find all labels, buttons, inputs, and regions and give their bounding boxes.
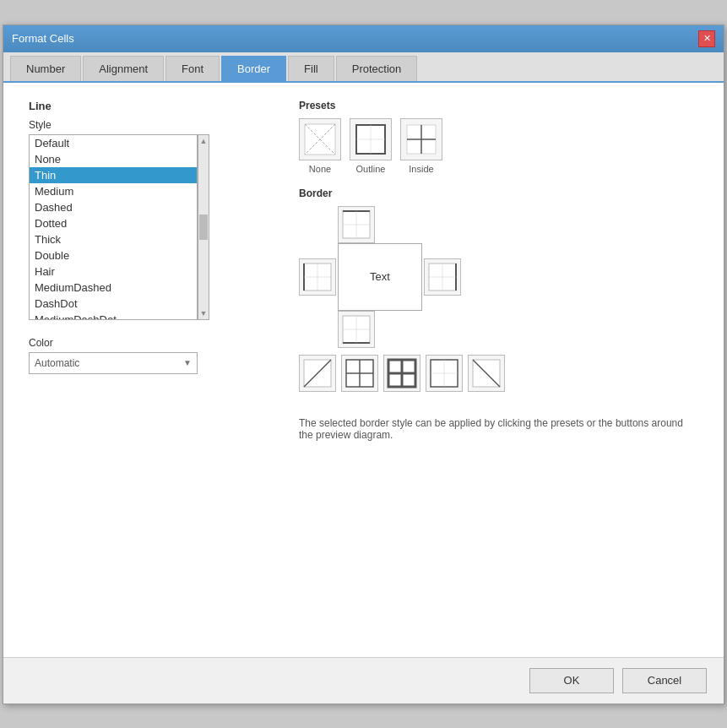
style-label: Style	[29, 119, 282, 131]
close-button[interactable]: ✕	[698, 30, 715, 47]
title-bar: Format Cells ✕	[3, 25, 724, 52]
preview-text: Text	[370, 270, 390, 283]
border-left-button[interactable]	[299, 258, 336, 296]
preset-outline: Outline	[350, 118, 392, 174]
right-panel: Presets None	[299, 100, 698, 441]
scrollbar[interactable]: ▲ ▼	[198, 134, 209, 320]
style-item-thick[interactable]: Thick	[30, 231, 197, 247]
style-item-dashdot[interactable]: DashDot	[30, 296, 197, 312]
style-item-medium[interactable]: Medium	[30, 183, 197, 199]
border-top-button[interactable]	[338, 206, 375, 243]
main-grid: Line Style Default None Thin Medium Dash…	[29, 100, 698, 441]
border-diag-tr-bl-button[interactable]	[468, 355, 505, 392]
border-layout: Text	[299, 206, 698, 392]
preset-inside: Inside	[400, 118, 442, 174]
format-cells-dialog: Format Cells ✕ Number Alignment Font Bor…	[3, 24, 724, 704]
border-thick-button[interactable]	[383, 355, 420, 392]
preset-inside-icon	[404, 122, 438, 156]
tab-number[interactable]: Number	[10, 56, 81, 81]
border-bottom-button[interactable]	[338, 311, 375, 348]
color-label: Color	[29, 337, 282, 349]
tab-fill[interactable]: Fill	[288, 56, 334, 81]
preset-inside-label: Inside	[409, 164, 433, 174]
border-bottom-icon	[341, 314, 372, 345]
tab-protection[interactable]: Protection	[336, 56, 418, 81]
preset-outline-button[interactable]	[350, 118, 392, 160]
presets-row: None Ou	[299, 118, 698, 174]
border-bottom-row	[338, 311, 375, 348]
presets-section: Presets None	[299, 100, 698, 174]
chevron-down-icon: ▼	[183, 358, 192, 367]
line-section-label: Line	[29, 100, 282, 112]
dialog-content: Line Style Default None Thin Medium Dash…	[3, 83, 724, 657]
cancel-button[interactable]: Cancel	[622, 668, 707, 693]
border-extra-buttons-row	[299, 355, 505, 392]
tab-font[interactable]: Font	[165, 56, 220, 81]
style-item-default[interactable]: Default	[30, 135, 197, 151]
dialog-title: Format Cells	[12, 32, 74, 45]
border-outer-button[interactable]	[426, 355, 463, 392]
tab-border[interactable]: Border	[221, 56, 286, 81]
border-right-button[interactable]	[424, 258, 461, 296]
border-all-icon	[345, 358, 375, 388]
color-section: Color Automatic ▼	[29, 337, 282, 374]
border-right-icon	[427, 262, 458, 292]
border-all-button[interactable]	[341, 355, 378, 392]
ok-button[interactable]: OK	[529, 668, 614, 693]
tab-bar: Number Alignment Font Border Fill Protec…	[3, 52, 724, 83]
style-item-hair[interactable]: Hair	[30, 263, 197, 280]
style-list[interactable]: Default None Thin Medium Dashed Dotted T…	[29, 134, 198, 320]
style-item-dashed[interactable]: Dashed	[30, 199, 197, 215]
border-left-icon	[302, 262, 333, 292]
preset-none-label: None	[309, 164, 331, 174]
presets-label: Presets	[299, 100, 698, 111]
border-middle-row: Text	[299, 243, 461, 311]
border-top-icon	[341, 209, 372, 240]
border-outer-icon	[429, 358, 459, 388]
border-diag-tl-icon	[302, 358, 333, 388]
hint-text: The selected border style can be applied…	[299, 417, 698, 441]
dialog-footer: OK Cancel	[3, 657, 724, 704]
preset-none-icon	[303, 122, 337, 156]
border-top-row	[338, 206, 375, 243]
border-section: Border	[299, 187, 698, 392]
tab-alignment[interactable]: Alignment	[83, 56, 164, 81]
style-item-dotted[interactable]: Dotted	[30, 215, 197, 231]
border-thick-icon	[387, 358, 417, 388]
border-preview-cell: Text	[338, 243, 422, 311]
preset-inside-button[interactable]	[400, 118, 442, 160]
style-item-mediumdashdot[interactable]: MediumDashDot	[30, 312, 197, 320]
style-item-thin[interactable]: Thin	[30, 167, 197, 183]
color-value: Automatic	[35, 357, 79, 369]
preset-none-button[interactable]	[299, 118, 341, 160]
border-diag-tl-br-button[interactable]	[299, 355, 336, 392]
border-section-label: Border	[299, 187, 698, 199]
style-item-none[interactable]: None	[30, 151, 197, 167]
preset-none: None	[299, 118, 341, 174]
color-dropdown[interactable]: Automatic ▼	[29, 352, 198, 374]
style-item-mediumdashed[interactable]: MediumDashed	[30, 280, 197, 296]
preset-outline-label: Outline	[356, 164, 386, 174]
border-diag-tr-icon	[471, 358, 502, 388]
left-panel: Line Style Default None Thin Medium Dash…	[29, 100, 282, 441]
style-item-double[interactable]: Double	[30, 247, 197, 263]
preset-outline-icon	[354, 122, 388, 156]
